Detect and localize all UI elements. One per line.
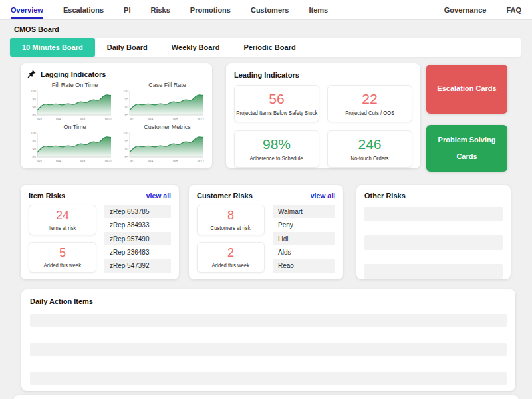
chart-title: Case Fill Rate [120, 81, 206, 89]
panel-title: Leading Indicators [234, 71, 412, 79]
nav-item[interactable]: Promotions [190, 0, 231, 19]
chart-on-time: On Time 100959085W1W4W8W12 [27, 123, 114, 163]
board-tab[interactable]: 10 Minutes Board [10, 38, 95, 57]
svg-text:95: 95 [32, 139, 36, 143]
svg-text:100: 100 [123, 131, 129, 135]
placeholder-row [364, 207, 503, 221]
svg-text:W12: W12 [198, 159, 205, 163]
nav-item[interactable]: PI [124, 0, 130, 19]
stat-value: 2 [227, 247, 234, 259]
daily-action-rows [30, 314, 507, 385]
customer-risks-panel: Customer Risks view all 8 Customers at r… [189, 185, 343, 279]
panel-title: Customer Risks [197, 192, 253, 200]
nav-item[interactable]: Risks [150, 0, 170, 19]
svg-text:W4: W4 [56, 159, 61, 163]
other-risks-rows [364, 207, 503, 279]
placeholder-row [30, 314, 507, 327]
svg-text:W1: W1 [37, 117, 43, 121]
stat-card: 2 Added this week [197, 242, 265, 273]
panel-title: Lagging Indicators [41, 70, 106, 78]
leading-stats-grid: 56 Projected Items Below Safety Stock 22… [234, 85, 412, 168]
nav-left-group: OverviewEscalationsPIRisksPromotionsCust… [11, 0, 328, 19]
placeholder-row [364, 264, 503, 279]
daily-action-items-panel: Daily Action Items [21, 289, 515, 391]
board-tab[interactable]: Daily Board [95, 38, 160, 57]
pushpin-icon [27, 70, 36, 78]
stat-value: 246 [358, 137, 381, 151]
risk-list-item[interactable]: Peny [273, 218, 335, 231]
svg-text:W8: W8 [173, 159, 178, 163]
stat-value: 5 [59, 247, 66, 259]
action-card-button[interactable]: Problem Solving Cards [426, 125, 507, 172]
risk-list-item[interactable]: zRep 653785 [104, 205, 171, 218]
customer-risks-body: 8 Customers at risk 2 Added this week Wa… [197, 205, 335, 273]
nav-right-group: GovernanceFAQ [444, 0, 521, 19]
board-tab-strip: 10 Minutes BoardDaily BoardWeekly BoardP… [10, 38, 521, 57]
action-cards-column: Escalation CardsProblem Solving Cards [426, 65, 507, 172]
svg-text:W12: W12 [105, 159, 112, 163]
svg-text:100: 100 [31, 131, 37, 135]
charts-grid: Fill Rate On Time 100959085W1W4W8W12 Cas… [27, 81, 207, 163]
risk-list-item[interactable]: Walmart [273, 205, 335, 218]
stat-label: Projected Items Below Safety Stock [236, 110, 317, 116]
panel-title: Daily Action Items [30, 297, 507, 305]
stat-card: 246 No-touch Orders [327, 130, 412, 168]
risk-list-item[interactable]: Lidl [273, 232, 335, 245]
svg-text:W12: W12 [105, 117, 112, 121]
stat-value: 8 [227, 209, 234, 221]
stat-card: 22 Projected Cuts / OOS [327, 85, 412, 122]
leading-indicators-panel: Leading Indicators 56 Projected Items Be… [226, 63, 420, 168]
svg-text:90: 90 [32, 147, 36, 151]
risk-list-item[interactable]: zRep 957490 [104, 232, 171, 245]
risk-list-item[interactable]: zRep 547392 [104, 259, 171, 273]
svg-text:90: 90 [124, 147, 128, 151]
stat-label: Adherence to Schedule [250, 155, 303, 162]
nav-item[interactable]: FAQ [506, 0, 521, 19]
placeholder-row [364, 235, 503, 250]
customer-risks-list: WalmartPenyLidlAldsReao [273, 205, 335, 273]
view-all-link[interactable]: view all [146, 192, 171, 200]
partial-next-panel [13, 395, 519, 399]
nav-item[interactable]: Items [309, 0, 328, 19]
stat-label: Customers at risk [211, 225, 251, 231]
board-tab[interactable]: Periodic Board [231, 38, 307, 57]
chart-title: Fill Rate On Time [27, 81, 114, 89]
svg-text:85: 85 [124, 113, 128, 117]
svg-text:W1: W1 [130, 117, 135, 121]
area-chart: 100959085W1W4W8W12 [27, 89, 114, 121]
risk-list-item[interactable]: Reao [273, 259, 335, 273]
risk-list-item[interactable]: zRep 384933 [104, 218, 171, 231]
stat-value: 22 [362, 92, 377, 106]
area-chart: 100959085W1W4W8W12 [120, 131, 206, 163]
svg-text:85: 85 [32, 113, 36, 117]
svg-text:W8: W8 [173, 117, 178, 121]
nav-item[interactable]: Governance [444, 0, 487, 19]
area-chart: 100959085W1W4W8W12 [27, 131, 114, 163]
svg-text:85: 85 [32, 155, 36, 159]
stat-card: 56 Projected Items Below Safety Stock [234, 85, 319, 122]
nav-item[interactable]: Customers [251, 0, 289, 19]
action-card-button[interactable]: Escalation Cards [426, 65, 507, 114]
item-risks-panel: Item Risks view all 24 Items at risk 5 A… [21, 185, 179, 279]
nav-item[interactable]: Overview [11, 0, 43, 19]
customer-risks-stats: 8 Customers at risk 2 Added this week [197, 205, 265, 273]
svg-text:90: 90 [124, 105, 128, 109]
area-chart: 100959085W1W4W8W12 [120, 89, 206, 121]
view-all-link[interactable]: view all [311, 192, 335, 200]
svg-text:95: 95 [124, 139, 128, 143]
panel-title: Other Risks [364, 192, 503, 200]
nav-item[interactable]: Escalations [63, 0, 104, 19]
panel-title: Item Risks [29, 192, 65, 200]
risk-list-item[interactable]: Alds [273, 245, 335, 259]
customer-risks-header: Customer Risks view all [197, 192, 335, 200]
svg-text:W8: W8 [80, 117, 86, 121]
board-tab[interactable]: Weekly Board [160, 38, 232, 57]
chart-title: On Time [27, 123, 114, 131]
stat-card: 8 Customers at risk [197, 205, 265, 235]
svg-text:W4: W4 [56, 117, 61, 121]
stat-value: 56 [269, 92, 284, 106]
risk-list-item[interactable]: zRep 236483 [104, 245, 171, 259]
stat-label: Added this week [44, 262, 82, 269]
stat-label: No-touch Orders [351, 155, 389, 162]
chart-customer-metrics: Customer Metrics 100959085W1W4W8W12 [120, 123, 206, 163]
